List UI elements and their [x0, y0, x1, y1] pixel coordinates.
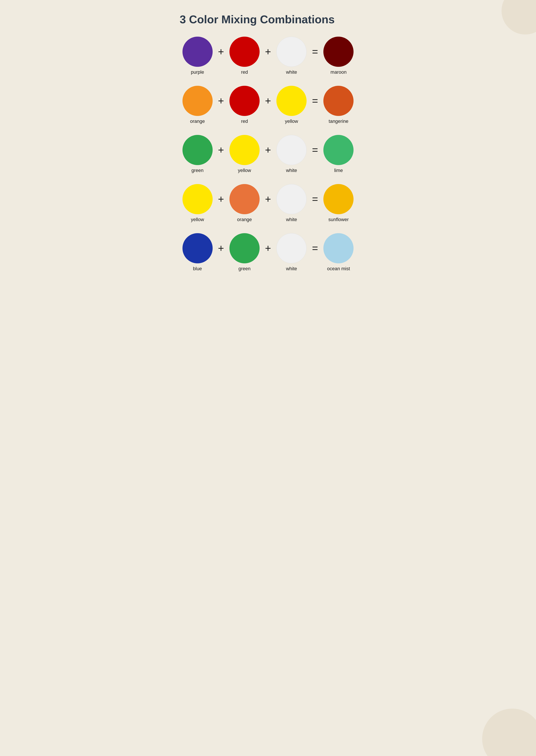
color-item-1-2: red — [229, 37, 260, 75]
color-item-3-2: yellow — [229, 135, 260, 173]
result-label-maroon: maroon — [330, 69, 347, 75]
color-circle-yellow — [276, 86, 307, 116]
color-circle-yellow — [183, 184, 213, 214]
page-title: 3 Color Mixing Combinations — [180, 13, 356, 26]
color-circle-orange — [183, 86, 213, 116]
plus-operator-2-2: + — [265, 95, 271, 107]
color-label-green: green — [191, 168, 203, 173]
color-item-3-1: green — [183, 135, 213, 173]
combination-row-4: yellow+orange+white=sunflower — [180, 184, 356, 223]
color-label-white: white — [286, 168, 297, 173]
color-circle-white — [276, 233, 307, 263]
result-circle-sunflower — [323, 184, 353, 214]
color-item-2-1: orange — [183, 86, 213, 124]
result-circle-ocean mist — [323, 233, 353, 263]
plus-operator-1-2: + — [265, 46, 271, 57]
color-label-white: white — [286, 217, 297, 223]
color-label-white: white — [286, 69, 297, 75]
color-label-purple: purple — [191, 69, 204, 75]
combinations-container: purple+red+white=maroonorange+red+yellow… — [180, 37, 356, 272]
color-item-4-1: yellow — [183, 184, 213, 223]
color-circle-green — [183, 135, 213, 165]
plus-operator-4-2: + — [265, 193, 271, 205]
color-label-yellow: yellow — [285, 119, 298, 124]
color-circle-green — [229, 233, 260, 263]
equals-operator-5: = — [312, 242, 318, 254]
color-circle-purple — [183, 37, 213, 67]
plus-operator-5-2: + — [265, 242, 271, 254]
result-item-1: maroon — [323, 37, 353, 75]
color-label-orange: orange — [190, 119, 205, 124]
color-label-white: white — [286, 266, 297, 272]
color-circle-white — [276, 184, 307, 214]
color-label-blue: blue — [193, 266, 202, 272]
result-label-sunflower: sunflower — [328, 217, 349, 223]
color-circle-white — [276, 135, 307, 165]
color-circle-blue — [183, 233, 213, 263]
result-item-3: lime — [323, 135, 353, 173]
color-item-2-3: yellow — [276, 86, 307, 124]
color-item-5-2: green — [229, 233, 260, 272]
color-item-3-3: white — [276, 135, 307, 173]
result-label-lime: lime — [334, 168, 343, 173]
result-circle-tangerine — [323, 86, 353, 116]
plus-operator-2-1: + — [218, 95, 224, 107]
combination-row-3: green+yellow+white=lime — [180, 135, 356, 173]
plus-operator-4-1: + — [218, 193, 224, 205]
color-item-4-2: orange — [229, 184, 260, 223]
equals-operator-4: = — [312, 193, 318, 205]
color-item-1-1: purple — [183, 37, 213, 75]
color-label-red: red — [241, 69, 248, 75]
color-label-red: red — [241, 119, 248, 124]
color-item-5-1: blue — [183, 233, 213, 272]
plus-operator-3-1: + — [218, 144, 224, 156]
result-item-4: sunflower — [323, 184, 353, 223]
result-circle-lime — [323, 135, 353, 165]
color-label-green: green — [239, 266, 251, 272]
result-label-ocean mist: ocean mist — [327, 266, 350, 272]
result-label-tangerine: tangerine — [329, 119, 349, 124]
combination-row-5: blue+green+white=ocean mist — [180, 233, 356, 272]
plus-operator-5-1: + — [218, 242, 224, 254]
result-item-5: ocean mist — [323, 233, 353, 272]
equals-operator-2: = — [312, 95, 318, 107]
color-circle-yellow — [229, 135, 260, 165]
decorative-blob-top — [502, 0, 536, 34]
color-item-2-2: red — [229, 86, 260, 124]
color-item-5-3: white — [276, 233, 307, 272]
result-circle-maroon — [323, 37, 353, 67]
color-circle-red — [229, 86, 260, 116]
equals-operator-1: = — [312, 46, 318, 57]
decorative-blob-bottom — [482, 708, 536, 756]
color-label-yellow: yellow — [238, 168, 251, 173]
plus-operator-3-2: + — [265, 144, 271, 156]
color-label-orange: orange — [237, 217, 252, 223]
combination-row-1: purple+red+white=maroon — [180, 37, 356, 75]
color-item-4-3: white — [276, 184, 307, 223]
color-circle-red — [229, 37, 260, 67]
plus-operator-1-1: + — [218, 46, 224, 57]
color-circle-orange — [229, 184, 260, 214]
equals-operator-3: = — [312, 144, 318, 156]
color-item-1-3: white — [276, 37, 307, 75]
result-item-2: tangerine — [323, 86, 353, 124]
color-label-yellow: yellow — [191, 217, 204, 223]
color-circle-white — [276, 37, 307, 67]
combination-row-2: orange+red+yellow=tangerine — [180, 86, 356, 124]
